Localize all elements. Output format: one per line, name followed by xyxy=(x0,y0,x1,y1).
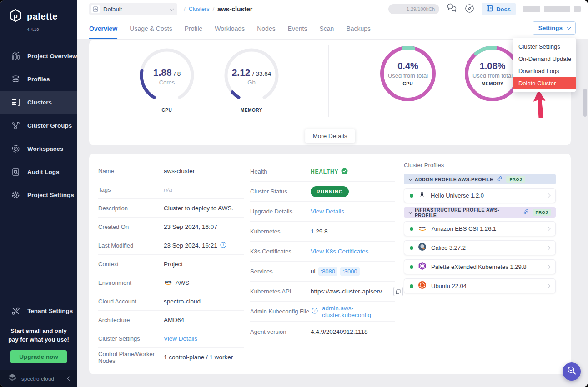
chevron-right-icon xyxy=(546,227,551,231)
service-port-link[interactable]: :3000 xyxy=(340,267,360,276)
gauge-separator: / xyxy=(252,70,254,77)
chevron-right-icon xyxy=(546,194,551,198)
tab-nodes[interactable]: Nodes xyxy=(257,18,275,39)
sidebar-item-project-overview[interactable]: Project Overview xyxy=(0,45,77,68)
cpu-used-value: 1.88 xyxy=(153,67,172,78)
page-scrollbar[interactable] xyxy=(583,42,587,382)
tab-events[interactable]: Events xyxy=(288,18,307,39)
redacted-user-info xyxy=(523,6,581,12)
sidebar-item-workspaces[interactable]: Workspaces xyxy=(0,137,77,160)
cpu-percent-value: 0.4% xyxy=(379,61,437,71)
help-search-fab[interactable] xyxy=(563,362,581,381)
settings-dropdown-menu: Cluster Settings On-Demand Update Downlo… xyxy=(513,38,576,92)
collapse-sidebar-icon[interactable] xyxy=(67,377,72,381)
tab-usage-costs[interactable]: Usage & Costs xyxy=(130,18,172,39)
row-value: AMD64 xyxy=(164,317,184,323)
settings-dropdown-button[interactable]: Settings xyxy=(533,21,576,35)
sidebar-item-label: Cluster Groups xyxy=(27,122,72,129)
row-label: Tags xyxy=(98,186,164,193)
view-k8s-certificates-link[interactable]: View K8s Certificates xyxy=(311,248,368,255)
row-label: K8s Certificates xyxy=(250,248,311,255)
info-row-context: Context Project xyxy=(98,255,244,273)
profile-item-hello-universe[interactable]: Hello Universe 1.2.0 xyxy=(404,188,556,203)
book-icon xyxy=(487,5,493,13)
chat-icon[interactable] xyxy=(447,3,457,15)
more-details-button[interactable]: More Details xyxy=(305,129,355,143)
row-label: Description xyxy=(98,205,164,212)
row-label: Context xyxy=(98,261,164,268)
info-row-nodes: Control Plane/Worker Nodes 1 control-pla… xyxy=(98,348,244,367)
sidebar-footer: spectro cloud xyxy=(0,370,77,387)
sidebar-item-label: Project Overview xyxy=(27,53,77,60)
info-icon[interactable]: i xyxy=(312,308,318,315)
scrollbar-thumb[interactable] xyxy=(583,89,587,117)
row-label: Kubernetes xyxy=(250,228,311,235)
status-row-kubernetes-api: Kubernetes API https://aws-cluster-apise… xyxy=(250,282,395,302)
profile-item-name: Ubuntu 22.04 xyxy=(431,283,542,289)
upgrade-now-button[interactable]: Upgrade now xyxy=(10,350,67,363)
memory-gauge-label: MEMORY xyxy=(222,108,281,113)
cpu-total-value: 8 xyxy=(177,70,181,77)
tab-workloads[interactable]: Workloads xyxy=(215,18,245,39)
sidebar-item-label: Profiles xyxy=(27,76,50,83)
sidebar-item-cluster-groups[interactable]: Cluster Groups xyxy=(0,114,77,137)
tab-profile[interactable]: Profile xyxy=(185,18,203,39)
chart-mini-icon xyxy=(91,5,100,13)
sidebar-item-profiles[interactable]: Profiles xyxy=(0,68,77,91)
kubeconfig-download-link[interactable]: admin.aws-cluster.kubeconfig xyxy=(322,305,395,318)
breadcrumb-separator: / xyxy=(212,6,214,13)
menu-item-on-demand-update[interactable]: On-Demand Update xyxy=(513,53,576,65)
sidebar-item-project-settings[interactable]: Project Settings xyxy=(0,184,77,207)
link-icon[interactable] xyxy=(497,175,503,184)
memory-usage-gauge: 2.12 / 33.64 Gb MEMORY xyxy=(222,47,281,113)
breadcrumb-clusters-link[interactable]: Clusters xyxy=(189,6,210,12)
info-row-environment: Environment aws AWS xyxy=(98,273,244,292)
row-label: Created On xyxy=(98,223,164,230)
list-icon xyxy=(11,98,20,107)
profile-item-amazon-ebs-csi[interactable]: aws Amazon EBS CSI 1.26.1 xyxy=(404,221,556,236)
sidebar-item-label: Clusters xyxy=(27,99,52,106)
row-label: Architecture xyxy=(98,317,164,323)
sidebar-item-clusters[interactable]: Clusters xyxy=(0,91,77,114)
sidebar-item-audit-logs[interactable]: Audit Logs xyxy=(0,160,77,184)
sidebar-item-tenant-settings[interactable]: Tenant Settings xyxy=(0,299,77,322)
service-port-link[interactable]: :8080 xyxy=(318,267,338,276)
gear-icon xyxy=(11,191,20,200)
compass-icon[interactable] xyxy=(465,4,474,15)
profile-item-palette-extended-kubernetes[interactable]: Palette eXtended Kubernetes 1.29.8 xyxy=(404,259,556,274)
magnifier-smile-icon xyxy=(567,366,577,377)
profile-item-calico[interactable]: Calico 3.27.2 xyxy=(404,240,556,255)
memory-total-value: 33.64 xyxy=(256,70,271,77)
tab-backups[interactable]: Backups xyxy=(346,18,371,39)
row-label: Services xyxy=(250,268,311,275)
info-icon[interactable]: i xyxy=(220,242,226,249)
gauge-divider xyxy=(328,45,329,117)
status-row-cluster-status: Cluster Status RUNNING xyxy=(250,182,395,202)
link-icon[interactable] xyxy=(523,208,529,217)
profile-item-ubuntu[interactable]: Ubuntu 22.04 xyxy=(404,278,556,293)
calico-icon xyxy=(418,243,427,253)
addon-profile-header[interactable]: ADDON PROFILE AWS-PROFILE PROJ xyxy=(404,174,556,184)
docs-button-label: Docs xyxy=(496,6,511,13)
project-scope-selector[interactable]: Default xyxy=(89,3,177,15)
row-value: 1.29.8 xyxy=(311,228,328,235)
info-row-description: Description Cluster to deploy to AWS. xyxy=(98,199,244,218)
resource-overview-card: 1.88 / 8 Cores CPU 2.12 / 33.64 xyxy=(89,40,571,145)
status-dot xyxy=(410,246,413,250)
tab-scan[interactable]: Scan xyxy=(320,18,334,39)
view-details-link[interactable]: View Details xyxy=(164,335,197,342)
breadcrumb: / Clusters / aws-cluster xyxy=(184,5,252,13)
menu-item-download-logs[interactable]: Download Logs xyxy=(513,65,576,77)
network-icon xyxy=(11,121,20,130)
menu-item-cluster-settings[interactable]: Cluster Settings xyxy=(513,40,576,53)
menu-item-delete-cluster[interactable]: Delete Cluster xyxy=(513,77,576,89)
redacted-block xyxy=(574,6,581,12)
infrastructure-profile-header[interactable]: INFRASTRUCTURE PROFILE AWS-PROFILE PROJ xyxy=(404,207,556,218)
row-label: Upgrade Details xyxy=(250,208,311,215)
view-details-link[interactable]: View Details xyxy=(311,208,344,215)
copy-icon[interactable] xyxy=(393,287,403,296)
docs-button[interactable]: Docs xyxy=(482,3,516,15)
tab-overview[interactable]: Overview xyxy=(89,18,117,39)
content-area: 1.88 / 8 Cores CPU 2.12 / 33.64 xyxy=(77,39,588,387)
rocket-icon xyxy=(418,191,426,201)
